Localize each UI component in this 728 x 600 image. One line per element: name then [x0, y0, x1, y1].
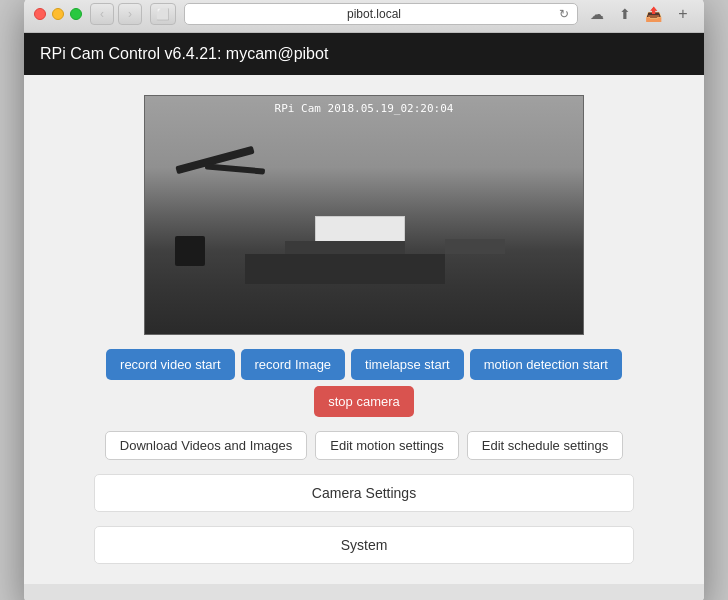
bookmark-icon[interactable]: 📤 [642, 3, 664, 25]
download-videos-button[interactable]: Download Videos and Images [105, 431, 308, 460]
cloud-icon[interactable]: ☁ [586, 3, 608, 25]
title-bar: ‹ › ⬜ pibot.local ↻ ☁ ⬆ 📤 + [24, 0, 704, 33]
app-header: RPi Cam Control v6.4.21: mycam@pibot [24, 33, 704, 75]
timelapse-start-button[interactable]: timelapse start [351, 349, 464, 380]
stop-camera-button[interactable]: stop camera [314, 386, 414, 417]
camera-settings-button[interactable]: Camera Settings [94, 474, 634, 512]
back-button[interactable]: ‹ [90, 3, 114, 25]
scene-white-box [315, 216, 405, 244]
address-bar[interactable]: pibot.local ↻ [184, 3, 578, 25]
tab-icon: ⬜ [156, 8, 170, 21]
close-button[interactable] [34, 8, 46, 20]
secondary-buttons: Download Videos and Images Edit motion s… [105, 431, 623, 460]
maximize-button[interactable] [70, 8, 82, 20]
forward-button[interactable]: › [118, 3, 142, 25]
app-title: RPi Cam Control v6.4.21: mycam@pibot [40, 45, 328, 62]
nav-buttons: ‹ › [90, 3, 142, 25]
edit-motion-settings-button[interactable]: Edit motion settings [315, 431, 458, 460]
plus-icon: + [678, 5, 687, 23]
minimize-button[interactable] [52, 8, 64, 20]
scene-board [245, 254, 445, 284]
primary-buttons: record video start record Image timelaps… [74, 349, 654, 417]
forward-icon: › [128, 7, 132, 21]
add-tab-button[interactable]: + [672, 3, 694, 25]
reload-icon[interactable]: ↻ [559, 7, 569, 21]
camera-image [145, 96, 583, 334]
content-area: RPi Cam 2018.05.19_02:20:04 record video… [24, 75, 704, 584]
motion-detection-start-button[interactable]: motion detection start [470, 349, 622, 380]
back-icon: ‹ [100, 7, 104, 21]
scene-dark-block [175, 236, 205, 266]
system-button[interactable]: System [94, 526, 634, 564]
toolbar-icons: ☁ ⬆ 📤 [586, 3, 664, 25]
record-image-button[interactable]: record Image [241, 349, 346, 380]
camera-feed: RPi Cam 2018.05.19_02:20:04 [144, 95, 584, 335]
url-text: pibot.local [193, 7, 555, 21]
traffic-lights [34, 8, 82, 20]
browser-window: ‹ › ⬜ pibot.local ↻ ☁ ⬆ 📤 + RPi Cam Cont… [24, 0, 704, 600]
edit-schedule-settings-button[interactable]: Edit schedule settings [467, 431, 623, 460]
tab-view-button[interactable]: ⬜ [150, 3, 176, 25]
bottom-border [24, 584, 704, 601]
camera-timestamp: RPi Cam 2018.05.19_02:20:04 [275, 102, 454, 115]
scene-component [445, 239, 505, 254]
share-icon[interactable]: ⬆ [614, 3, 636, 25]
scene-wire-2 [205, 163, 265, 174]
record-video-start-button[interactable]: record video start [106, 349, 234, 380]
